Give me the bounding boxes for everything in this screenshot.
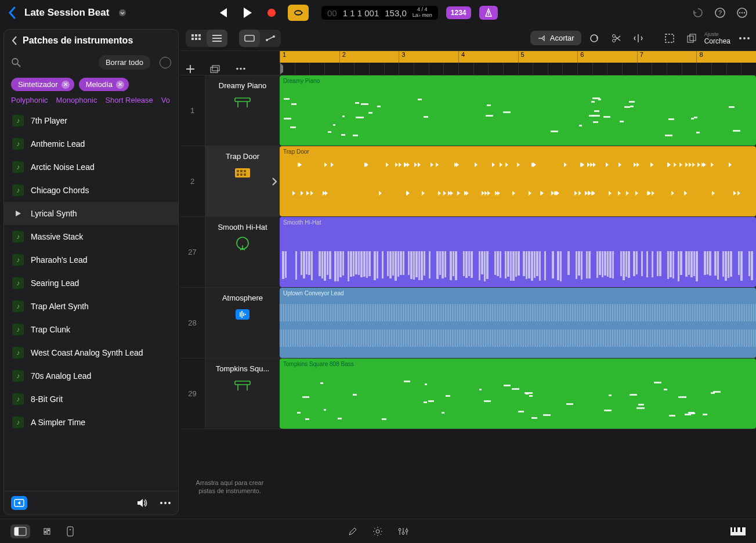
filter-subchip[interactable]: Polyphonic bbox=[11, 96, 48, 104]
settings-sliders-icon[interactable] bbox=[398, 526, 408, 537]
patch-name: Massive Stack bbox=[31, 232, 83, 241]
ruler-bar[interactable]: 4 bbox=[458, 51, 518, 63]
sidebar-back-button[interactable] bbox=[11, 35, 18, 46]
region[interactable]: Dreamy Piano bbox=[280, 75, 756, 146]
patch-item[interactable]: ♪Searing Lead bbox=[4, 272, 178, 295]
patch-item[interactable]: ♪West Coast Analog Synth Lead bbox=[4, 341, 178, 364]
snap-setting[interactable]: Ajuste Corchea bbox=[704, 31, 735, 45]
list-view-button[interactable] bbox=[207, 30, 227, 47]
track-header-body[interactable]: Dreamy Piano bbox=[205, 75, 280, 146]
region-lane[interactable]: Tompkins Square 808 Bass bbox=[280, 359, 756, 429]
track-header-body[interactable]: Trap Door bbox=[205, 146, 280, 216]
track-header-body[interactable]: Atmosphere bbox=[205, 288, 280, 358]
mixer-toggle-button[interactable] bbox=[43, 527, 53, 535]
track-header[interactable]: 27 Smooth Hi-Hat bbox=[180, 217, 280, 287]
patch-item[interactable]: ♪8-Bit Grit bbox=[4, 388, 178, 411]
track-header-body[interactable]: Smooth Hi-Hat bbox=[205, 217, 280, 287]
clear-all-button[interactable]: Borrar todo bbox=[99, 55, 150, 70]
filter-chips: Sintetizador✕Melodía✕ bbox=[4, 73, 178, 93]
patch-item[interactable]: ♪Anthemic Lead bbox=[4, 132, 178, 155]
ruler-bar[interactable]: 8 bbox=[696, 51, 756, 63]
toolbar-more-icon[interactable] bbox=[739, 37, 750, 40]
ruler-bar[interactable]: 6 bbox=[577, 51, 637, 63]
region-display-button[interactable] bbox=[239, 30, 260, 47]
sound-library-button[interactable] bbox=[11, 496, 27, 510]
time-ruler[interactable] bbox=[280, 63, 756, 75]
patch-item[interactable]: ♪7th Player bbox=[4, 109, 178, 132]
track-header[interactable]: 1 Dreamy Piano bbox=[180, 75, 280, 146]
ruler-bar[interactable]: 2 bbox=[339, 51, 399, 63]
lcd-display[interactable]: 00 1 1 1 001 153,0 4 / 4La♭ men bbox=[321, 6, 438, 20]
chip-remove-icon[interactable]: ✕ bbox=[62, 81, 70, 89]
grid-view-button[interactable] bbox=[186, 30, 207, 47]
filter-subchip[interactable]: Monophonic bbox=[56, 96, 97, 104]
patch-item[interactable]: ♪A Simpler Time bbox=[4, 411, 178, 434]
patch-item[interactable]: ♪70s Analog Lead bbox=[4, 364, 178, 388]
region[interactable]: Uptown Conveyor Lead bbox=[280, 288, 756, 358]
arrangement-ruler[interactable]: 12345678 bbox=[280, 51, 756, 63]
patch-item[interactable]: ♪Trap Clunk bbox=[4, 318, 178, 341]
patch-item[interactable]: ♪Pharaoh's Lead bbox=[4, 248, 178, 272]
region[interactable]: Trap Door bbox=[280, 146, 756, 216]
filter-ring-icon[interactable] bbox=[160, 57, 171, 68]
track-header-body[interactable]: Tompkins Squ... bbox=[205, 359, 280, 429]
patch-list[interactable]: ♪7th Player♪Anthemic Lead♪Arctic Noise L… bbox=[4, 109, 178, 491]
region-lane[interactable]: Uptown Conveyor Lead bbox=[280, 288, 756, 358]
add-track-button[interactable] bbox=[186, 64, 195, 74]
filter-chip[interactable]: Sintetizador✕ bbox=[11, 78, 74, 91]
scissors-tool-icon[interactable] bbox=[607, 30, 625, 47]
trim-button[interactable]: Acortar bbox=[530, 31, 581, 45]
ruler-bar[interactable]: 5 bbox=[518, 51, 578, 63]
project-menu-chevron[interactable] bbox=[118, 9, 126, 17]
filter-subchip[interactable]: Vo bbox=[161, 96, 170, 104]
automation-display-button[interactable] bbox=[260, 30, 281, 47]
region[interactable]: Smooth Hi-Hat bbox=[280, 217, 756, 287]
loop-tool-icon[interactable] bbox=[585, 30, 603, 47]
patch-item[interactable]: ♪Arctic Noise Lead bbox=[4, 155, 178, 179]
track-stack-button[interactable] bbox=[210, 65, 220, 73]
sidebar-more-icon[interactable] bbox=[160, 501, 171, 505]
track-header[interactable]: 28 Atmosphere bbox=[180, 288, 280, 358]
ruler-bar[interactable]: 7 bbox=[637, 51, 697, 63]
pencil-tool-icon[interactable] bbox=[348, 526, 357, 537]
svg-rect-41 bbox=[240, 170, 243, 172]
region-lane[interactable]: Dreamy Piano bbox=[280, 75, 756, 146]
ruler-bar[interactable]: 3 bbox=[399, 51, 458, 63]
track-header-more-icon[interactable] bbox=[236, 67, 246, 70]
marquee-tool-icon[interactable] bbox=[660, 30, 679, 47]
patch-item[interactable]: ♪Trap Alert Synth bbox=[4, 295, 178, 318]
track-name: Dreamy Piano bbox=[219, 81, 266, 90]
chip-remove-icon[interactable]: ✕ bbox=[116, 81, 124, 89]
patch-item[interactable]: ♪Massive Stack bbox=[4, 225, 178, 248]
region[interactable]: Tompkins Square 808 Bass bbox=[280, 359, 756, 429]
browser-toggle-button[interactable] bbox=[10, 524, 30, 538]
ruler-bar[interactable]: 1 bbox=[280, 51, 339, 63]
drop-zone[interactable]: Arrastra aquí para crear pistas de instr… bbox=[180, 455, 756, 519]
copy-tool-icon[interactable] bbox=[682, 30, 701, 47]
patch-item[interactable]: ♪Chicago Chords bbox=[4, 179, 178, 202]
brightness-icon[interactable] bbox=[372, 526, 383, 537]
cycle-button[interactable] bbox=[288, 5, 309, 21]
search-icon[interactable] bbox=[11, 57, 21, 68]
record-button[interactable] bbox=[263, 5, 280, 21]
help-icon[interactable]: ? bbox=[714, 7, 726, 19]
filter-chip[interactable]: Melodía✕ bbox=[79, 78, 129, 91]
patch-item[interactable]: Lyrical Synth bbox=[4, 202, 178, 225]
track-header[interactable]: 2 Trap Door bbox=[180, 146, 280, 216]
filter-subchip[interactable]: Short Release bbox=[105, 96, 153, 104]
count-in-button[interactable]: 1234 bbox=[446, 6, 471, 19]
more-icon[interactable] bbox=[736, 7, 748, 19]
split-tool-icon[interactable] bbox=[629, 30, 648, 47]
back-button[interactable] bbox=[8, 6, 16, 19]
expand-chevron-icon[interactable] bbox=[272, 177, 277, 186]
keyboard-toggle-button[interactable] bbox=[730, 527, 746, 535]
preview-speaker-icon[interactable] bbox=[136, 498, 148, 508]
undo-icon[interactable] bbox=[692, 7, 704, 19]
region-lane[interactable]: Smooth Hi-Hat bbox=[280, 217, 756, 287]
metronome-button[interactable] bbox=[479, 6, 498, 20]
go-to-start-button[interactable] bbox=[215, 5, 231, 21]
track-header[interactable]: 29 Tompkins Squ... bbox=[180, 359, 280, 429]
region-lane[interactable]: Trap Door bbox=[280, 146, 756, 216]
play-button[interactable] bbox=[239, 5, 255, 21]
editor-toggle-button[interactable] bbox=[66, 526, 74, 537]
